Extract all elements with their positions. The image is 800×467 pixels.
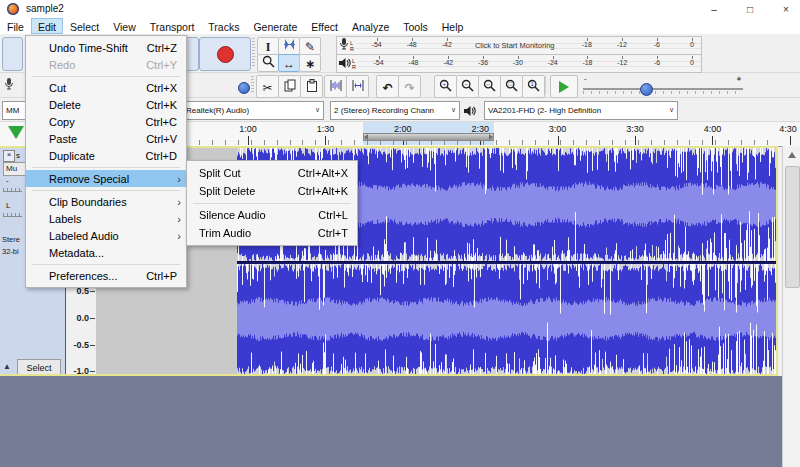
menu-item-preferences[interactable]: Preferences...Ctrl+P bbox=[26, 267, 186, 284]
scroll-up-icon[interactable] bbox=[788, 152, 796, 158]
menubar-item-file[interactable]: File bbox=[0, 18, 31, 34]
menu-item-copy[interactable]: CopyCtrl+C bbox=[26, 113, 186, 130]
fit-selection-icon: ↔ bbox=[483, 78, 496, 96]
menubar-item-effect[interactable]: Effect bbox=[304, 18, 345, 34]
meter-scale-label: -36 bbox=[478, 59, 488, 66]
menubar-item-transport[interactable]: Transport bbox=[143, 18, 202, 34]
scrollbar-thumb[interactable] bbox=[785, 166, 800, 288]
menu-item-split-cut[interactable]: Split CutCtrl+Alt+X bbox=[187, 164, 357, 182]
playhead-pin-icon[interactable] bbox=[8, 126, 24, 139]
undo-icon: ↶ bbox=[382, 78, 392, 96]
fit-project-button[interactable]: □ bbox=[500, 75, 523, 98]
envelope-tool-button[interactable] bbox=[278, 37, 300, 55]
menu-item-label: Clip Boundaries bbox=[49, 196, 127, 208]
menubar-item-view[interactable]: View bbox=[106, 18, 143, 34]
fit-project-icon: □ bbox=[505, 78, 518, 96]
amplitude-scale-tick bbox=[90, 371, 95, 372]
menu-item-paste[interactable]: PasteCtrl+V bbox=[26, 130, 186, 147]
zoom-tool-button[interactable] bbox=[257, 54, 279, 72]
menubar-item-select[interactable]: Select bbox=[63, 18, 106, 34]
maximize-button[interactable]: □ bbox=[734, 0, 766, 18]
menu-item-redo[interactable]: RedoCtrl+Y bbox=[26, 56, 186, 73]
meter-scale-tick bbox=[692, 56, 693, 59]
waveform-right-channel[interactable] bbox=[237, 264, 776, 374]
meter-scale-tick bbox=[587, 38, 588, 41]
svg-text:+: + bbox=[442, 81, 446, 87]
gain-slider[interactable] bbox=[3, 188, 22, 192]
timeline-label: 1:00 bbox=[239, 124, 257, 134]
zoom-out-button[interactable]: − bbox=[456, 75, 479, 98]
silence-audio-button[interactable] bbox=[346, 75, 369, 98]
play-at-speed-button[interactable] bbox=[550, 75, 578, 98]
menu-item-trim-audio[interactable]: Trim AudioCtrl+T bbox=[187, 224, 357, 242]
close-button[interactable]: × bbox=[770, 0, 800, 18]
track-format-info: Stere bbox=[2, 235, 20, 244]
monitoring-message[interactable]: Click to Start Monitoring bbox=[475, 41, 555, 50]
selection-tool-button[interactable]: I bbox=[257, 37, 279, 55]
redo-icon: ↷ bbox=[404, 78, 414, 96]
maximize-icon: □ bbox=[747, 4, 753, 15]
svg-text:↔: ↔ bbox=[485, 81, 491, 87]
zoom-in-button[interactable]: + bbox=[434, 75, 457, 98]
menubar-item-tracks[interactable]: Tracks bbox=[201, 18, 246, 34]
menu-separator bbox=[32, 76, 180, 77]
record-button[interactable] bbox=[199, 37, 251, 71]
minimize-button[interactable]: – bbox=[698, 0, 730, 18]
menu-item-delete[interactable]: DeleteCtrl+K bbox=[26, 96, 186, 113]
pause-button[interactable] bbox=[2, 37, 23, 71]
copy-button[interactable] bbox=[278, 75, 301, 98]
recording-meter[interactable]: LR Click to Start Monitoring -54-48-42-1… bbox=[336, 36, 702, 55]
timeline-selection-bar[interactable] bbox=[363, 133, 494, 141]
menu-item-labels[interactable]: Labels› bbox=[26, 210, 186, 227]
menu-item-duplicate[interactable]: DuplicateCtrl+D bbox=[26, 147, 186, 164]
meter-scale-label: -12 bbox=[617, 41, 627, 48]
recording-volume-mic-icon bbox=[4, 77, 14, 95]
cut-button[interactable]: ✂ bbox=[256, 75, 279, 98]
zoom-toggle-icon: 1 bbox=[527, 78, 540, 96]
playback-volume-slider-thumb[interactable] bbox=[238, 82, 250, 94]
time-shift-tool-button[interactable]: ↔ bbox=[278, 54, 300, 72]
menu-item-undo-time-shift[interactable]: Undo Time-ShiftCtrl+Z bbox=[26, 39, 186, 56]
speed-slider-thumb[interactable] bbox=[640, 83, 653, 96]
meter-right-label: R bbox=[352, 64, 356, 70]
menu-item-metadata[interactable]: Metadata... bbox=[26, 244, 186, 261]
menu-item-split-delete[interactable]: Split DeleteCtrl+Alt+K bbox=[187, 182, 357, 200]
menu-item-silence-audio[interactable]: Silence AudioCtrl+L bbox=[187, 206, 357, 224]
menu-item-label: Preferences... bbox=[49, 270, 117, 282]
amplitude-scale-tick bbox=[90, 345, 95, 346]
menubar-item-analyze[interactable]: Analyze bbox=[345, 18, 396, 34]
menubar-item-tools[interactable]: Tools bbox=[396, 18, 435, 34]
menubar-item-edit[interactable]: Edit bbox=[31, 18, 63, 34]
track-close-button[interactable]: × bbox=[3, 150, 15, 162]
multi-tool-button[interactable]: ∗ bbox=[299, 54, 321, 72]
menu-item-cut[interactable]: CutCtrl+X bbox=[26, 79, 186, 96]
meter-scale-label: -6 bbox=[654, 41, 660, 48]
speaker-icon bbox=[338, 55, 351, 73]
undo-button[interactable]: ↶ bbox=[376, 75, 399, 98]
vertical-scrollbar[interactable] bbox=[782, 146, 800, 467]
paste-button[interactable] bbox=[300, 75, 323, 98]
playback-device-dropdown[interactable]: VA2201-FHD (2- High Definition∨ bbox=[484, 101, 678, 120]
fit-selection-button[interactable]: ↔ bbox=[478, 75, 501, 98]
menubar-item-generate[interactable]: Generate bbox=[246, 18, 304, 34]
trim-audio-button[interactable] bbox=[324, 75, 347, 98]
zoom-toggle-button[interactable]: 1 bbox=[522, 75, 545, 98]
menu-item-clip-boundaries[interactable]: Clip Boundaries› bbox=[26, 193, 186, 210]
menu-item-remove-special[interactable]: Remove Special› bbox=[26, 170, 186, 187]
menubar-item-help[interactable]: Help bbox=[435, 18, 471, 34]
meter-scale-tick bbox=[413, 56, 414, 59]
menu-item-labeled-audio[interactable]: Labeled Audio› bbox=[26, 227, 186, 244]
recording-channels-dropdown[interactable]: 2 (Stereo) Recording Chann∨ bbox=[330, 101, 460, 120]
playback-device-speaker-icon bbox=[463, 103, 476, 121]
menu-item-shortcut: Ctrl+K bbox=[146, 99, 177, 111]
meter-scale-tick bbox=[622, 38, 623, 41]
audacity-logo-icon bbox=[7, 3, 19, 15]
redo-button[interactable]: ↷ bbox=[398, 75, 421, 98]
meter-scale-label: -42 bbox=[442, 41, 452, 48]
timeline-major-tick bbox=[325, 136, 326, 145]
collapse-track-icon[interactable]: ▲ bbox=[3, 362, 11, 371]
pan-slider[interactable] bbox=[3, 213, 22, 217]
track-name[interactable]: s bbox=[16, 151, 20, 160]
draw-tool-button[interactable]: ✎ bbox=[299, 37, 321, 55]
playback-meter[interactable]: LR -54-48-42-36-30-24-18-12-60 bbox=[336, 54, 702, 73]
